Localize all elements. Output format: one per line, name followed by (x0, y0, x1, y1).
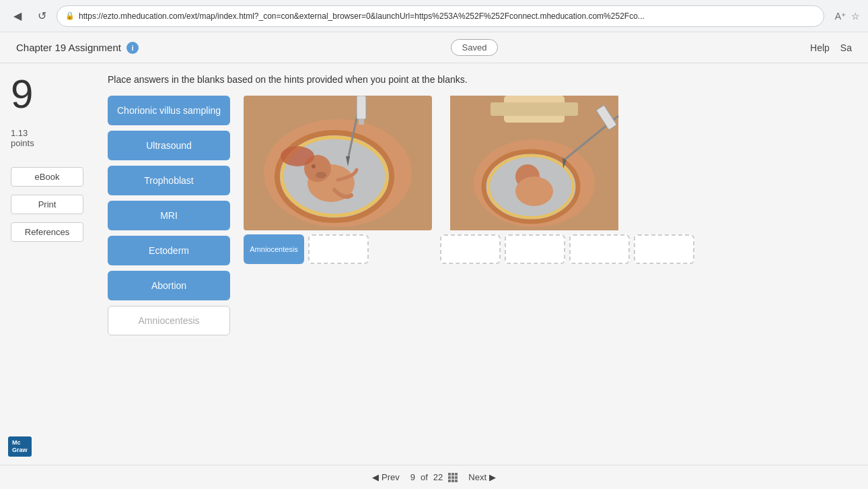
choice-amniocentesis[interactable]: Amniocentesis (108, 306, 230, 335)
right-diagram (440, 96, 628, 230)
left-drop-zones: Amniocentesis (244, 234, 432, 264)
main-area: 9 1.13 points eBook Print References Pla… (0, 63, 868, 465)
drop-zone-r1[interactable] (440, 234, 501, 264)
next-button[interactable]: Next ▶ (468, 472, 496, 482)
sa-link[interactable]: Sa (840, 42, 852, 53)
grid-icon[interactable] (448, 473, 458, 482)
chapter-title: Chapter 19 Assignment (16, 42, 121, 53)
lock-icon: 🔒 (65, 11, 75, 20)
references-button[interactable]: References (11, 222, 83, 242)
prev-label: Prev (382, 472, 400, 482)
points-value: 1.13 (11, 128, 28, 138)
instructions: Place answers in the blanks based on the… (108, 74, 855, 85)
drop-zone-l1[interactable]: Amniocentesis (244, 234, 304, 264)
header-right: Help Sa (810, 42, 852, 53)
url-bar[interactable]: 🔒 https://ezto.mheducation.com/ext/map/i… (57, 5, 824, 27)
drop-zone-r4[interactable] (634, 234, 694, 264)
drop-zone-r2[interactable] (505, 234, 565, 264)
choice-mri[interactable]: MRI (108, 201, 230, 230)
answer-choices: Chorionic villus sampling Ultrasound Tro… (108, 96, 230, 335)
choice-abortion[interactable]: Abortion (108, 271, 230, 300)
saved-badge: Saved (451, 39, 499, 56)
svg-rect-16 (491, 102, 578, 116)
page-separator: of (421, 472, 428, 482)
page-current: 9 (410, 472, 415, 482)
question-number: 9 (11, 74, 83, 115)
header-left: Chapter 19 Assignment i (16, 42, 139, 54)
mcgraw-line2: Graw (12, 447, 28, 454)
info-icon[interactable]: i (126, 42, 139, 54)
right-diagram-section (440, 96, 694, 335)
left-diagram (244, 96, 432, 230)
content-area: Place answers in the blanks based on the… (94, 63, 868, 465)
svg-point-22 (515, 176, 553, 206)
refresh-button[interactable]: ↺ (32, 7, 51, 26)
app-header: Chapter 19 Assignment i Saved Help Sa (0, 32, 868, 63)
prev-button[interactable]: ◀ Prev (372, 472, 400, 482)
svg-rect-12 (357, 96, 366, 119)
left-diagram-section: Amniocentesis (244, 96, 432, 335)
diagrams-area: Amniocentesis (244, 96, 855, 335)
prev-arrow-icon: ◀ (372, 472, 379, 482)
bottom-nav: ◀ Prev 9 of 22 Next ▶ (0, 465, 868, 489)
svg-rect-13 (359, 119, 364, 125)
next-arrow-icon: ▶ (489, 472, 496, 482)
back-button[interactable]: ◀ (8, 7, 27, 26)
bookmark-icon[interactable]: ☆ (851, 11, 860, 22)
points-label: points (11, 138, 34, 148)
svg-point-9 (281, 146, 314, 166)
drop-zone-l2[interactable] (308, 234, 369, 264)
app-content: Chapter 19 Assignment i Saved Help Sa 9 … (0, 32, 868, 489)
choice-ultrasound[interactable]: Ultrasound (108, 131, 230, 160)
mcgraw-line1: Mc (12, 439, 28, 447)
help-link[interactable]: Help (810, 42, 830, 53)
svg-point-7 (312, 164, 316, 168)
points-info: 1.13 points (11, 128, 83, 148)
reader-mode-icon: A⁺ (835, 11, 846, 22)
choice-trophoblast[interactable]: Trophoblast (108, 166, 230, 195)
browser-right-controls: A⁺ ☆ (835, 11, 860, 22)
browser-bar: ◀ ↺ 🔒 https://ezto.mheducation.com/ext/m… (0, 0, 868, 32)
sidebar: 9 1.13 points eBook Print References (0, 63, 94, 465)
print-button[interactable]: Print (11, 195, 83, 214)
page-total: 22 (433, 472, 443, 482)
mcgraw-logo: Mc Graw (8, 436, 32, 457)
right-drop-zones (440, 234, 694, 264)
exercise-container: Chorionic villus sampling Ultrasound Tro… (108, 96, 855, 335)
page-info: 9 of 22 (410, 472, 458, 482)
drop-zone-r3[interactable] (569, 234, 630, 264)
choice-ectoderm[interactable]: Ectoderm (108, 236, 230, 265)
url-text: https://ezto.mheducation.com/ext/map/ind… (79, 11, 816, 21)
next-label: Next (468, 472, 486, 482)
svg-point-8 (316, 172, 326, 178)
choice-cvs[interactable]: Chorionic villus sampling (108, 96, 230, 125)
ebook-button[interactable]: eBook (11, 167, 83, 187)
